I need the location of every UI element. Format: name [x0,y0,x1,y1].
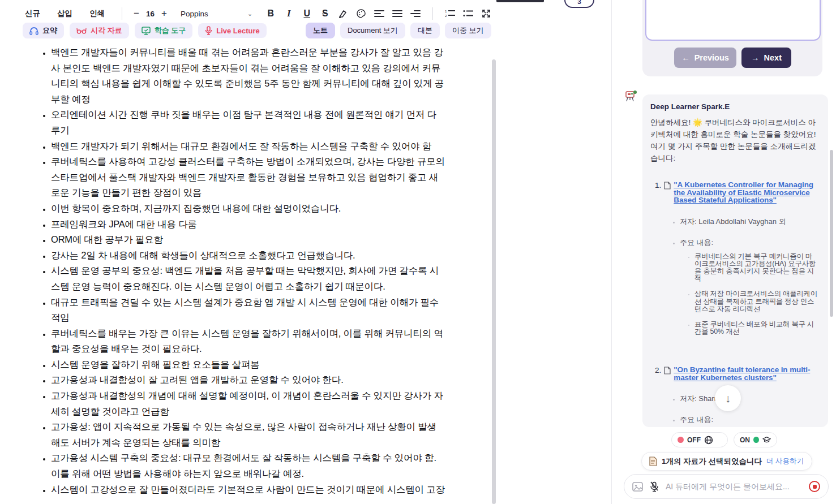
strikethrough-button[interactable]: S [316,8,334,19]
font-size-decrease-button[interactable]: − [130,8,143,19]
arrow-right-icon: → [751,53,760,62]
microphone-muted-icon[interactable] [650,481,659,492]
feature-buttons: 요약 시각 자료 학습 도구 Live Lecture [23,23,267,38]
paper-content-label: 주요 내용: [680,416,819,423]
paper-content-label: 주요 내용: 쿠버네티스의 기본 복구 메커니즘이 마이크로서비스의 고가용성(… [680,239,819,336]
tab-script[interactable]: 대본 [410,23,440,38]
glasses-icon [76,27,87,35]
progress-bar-fragment [496,0,544,2]
underline-button[interactable]: U [298,8,316,19]
source-file-icon [649,456,657,466]
arrow-left-icon: ← [681,53,690,62]
svg-text:2: 2 [445,14,447,18]
align-right-icon[interactable] [406,7,425,20]
monitor-check-icon [142,27,151,35]
note-bullet: 고가용성과 내결함성의 개념에 대해 설명할 예정이며, 이 개념이 혼란스러울… [51,388,445,419]
note-bullet: 오리엔테이션 시간 진행 쿠바 짓을 배우는 이점 탐구 본격적인 내용 전에 … [51,107,445,138]
highlighter-icon[interactable] [334,7,352,20]
paper-author: 저자: Leila Abdollahi Vayghan 외 [680,218,819,225]
tutor-mode-toggle[interactable]: ON [734,432,777,447]
toolbar-divider [432,7,433,20]
paper-point: 표준 쿠버네티스 배포와 비교해 복구 시간을 50% 개선 [694,321,819,335]
paper-details: 저자: Sharma P. 주요 내용: [680,395,819,423]
next-button[interactable]: → Next [741,48,791,68]
paper-number: 1. [655,181,661,204]
note-bullet: 프레임워크와 JPA에 대한 내용 다룸 [51,217,445,232]
live-lecture-button[interactable]: Live Lecture [198,23,267,38]
visual-materials-button[interactable]: 시각 자료 [70,23,129,38]
paper-link[interactable]: "A Kubernetes Controller for Managing th… [674,181,819,204]
panel-divider [611,0,612,504]
previous-button[interactable]: ← Previous [674,48,736,68]
paper-points: 쿠버네티스의 기본 복구 메커니즘이 마이크로서비스의 고가용성(HA) 요구사… [694,253,819,336]
learning-tools-button[interactable]: 학습 도구 [135,23,193,38]
note-bullet: ORM에 대한 공부가 필요함 [51,232,445,248]
chat-intro-text: 안녕하세요! 🌟 쿠버네티스와 마이크로서비스 아키텍처에 대한 흥미로운 학술… [650,117,819,164]
menu-print[interactable]: 인쇄 [89,8,105,19]
numbered-list-icon[interactable]: 12 [441,7,459,20]
page-count-badge: 3 [564,0,594,8]
paper-point: 쿠버네티스의 기본 복구 메커니즘이 마이크로서비스의 고가용성(HA) 요구사… [694,253,819,283]
menu-new[interactable]: 신규 [25,8,40,19]
fullscreen-icon[interactable] [477,7,495,20]
font-size-increase-button[interactable]: + [158,8,170,19]
bold-button[interactable]: B [261,8,280,19]
quiz-answer-box[interactable] [645,0,821,41]
note-bullet: 쿠버네틱스를 사용하여 고강성 클러스터를 구축하는 방법이 소개되었으며, 강… [51,154,445,201]
paper-details: 저자: Leila Abdollahi Vayghan 외 주요 내용: 쿠버네… [680,218,819,336]
menu-insert[interactable]: 삽입 [57,8,72,19]
note-bullet: 시스템 운영 공부의 중요성: 백엔드 개발을 처음 공부할 때는 막막했지만,… [51,263,445,294]
document-icon [664,182,671,189]
use-more-link[interactable]: 더 사용하기 [766,456,804,466]
off-indicator-dot [678,437,684,443]
headphones-icon [29,27,38,35]
web-search-toggle[interactable]: OFF [671,432,728,447]
record-stop-icon[interactable] [809,481,820,492]
document-notes[interactable]: 백엔드 개발자들이 커뮤니티를 배울 때 겪는 어려움과 혼란스러운 부분을 강… [38,45,445,497]
mascot-avatar [624,89,638,102]
note-bullet: 고가용성 시스템 구축의 중요성: 대규모 환경에서도 잘 작동하는 시스템을 … [51,450,445,481]
chat-sender-name: Deep Learner Spark.E [650,102,819,111]
note-bullet: 쿠버네틱스를 배우는 가장 큰 이유는 시스템 운영을 잘하기 위해서이며, 이… [51,326,445,357]
note-bullet: 이번 항목이 중요하며, 지금까지 집중했던 내용에 대한 설명이었습니다. [51,201,445,217]
chat-scrollbar[interactable] [830,150,833,317]
scroll-to-bottom-button[interactable]: ↓ [715,385,741,411]
tab-dual-view[interactable]: 이중 보기 [445,23,491,38]
microphone-icon [205,26,212,35]
svg-text:1: 1 [445,10,447,13]
color-palette-icon[interactable] [352,7,370,20]
bullet-list-icon[interactable] [459,7,477,20]
chevron-down-icon[interactable]: ⌄ [247,10,252,18]
note-bullet: 강사는 2일 차 내용에 대해 학생들이 상대적으로 소홀했다고 언급했습니다. [51,248,445,264]
tab-note[interactable]: 노트 [306,23,335,38]
paper-author: 저자: Sharma P. [680,395,819,402]
note-bullet: 백엔드 개발자가 되기 위해서는 대규모 환경에서도 잘 작동하는 시스템을 구… [51,139,445,154]
globe-icon [704,436,713,445]
note-bullet: 시스템이 고강성으로 잘 만들어졌더라도 기본적으로 사람이 만드는 것이기 때… [51,482,445,498]
italic-button[interactable]: I [280,8,298,19]
align-left-icon[interactable] [370,7,388,20]
paper-number: 2. [655,366,661,381]
font-family-select[interactable]: Poppins [181,10,247,18]
scrollbar-thumb[interactable] [492,59,496,504]
image-attach-icon[interactable] [632,482,643,492]
note-bullet: 고가용성: 앱이 지속적으로 가동될 수 있는 속성으로, 많은 사람이 접속하… [51,419,445,450]
chat-input[interactable] [666,482,802,491]
note-bullet: 대규모 트래픽을 견딜 수 있는 시스템 설계가 중요함 앱 개발 시 시스템 … [51,295,445,326]
paper-link[interactable]: "On Byzantine fault tolerance in multi-m… [674,366,819,381]
tab-document-view[interactable]: Document 보기 [340,23,405,38]
chat-input-bar [624,474,829,499]
paper-item: 1. "A Kubernetes Controller for Managing… [655,181,819,335]
editor-toolbar: 신규 삽입 인쇄 − 16 + Poppins ⌄ B I U S 12 [25,6,495,21]
source-selected-text: 1개의 자료가 선택되었습니다 [662,456,762,467]
paper-point: 상태 저장 마이크로서비스의 애플리케이션 상태를 복제하고 트래픽을 정상 인… [694,290,819,313]
toolbar-divider [122,7,122,20]
document-scrollbar[interactable] [492,49,496,504]
notes-bullet-list: 백엔드 개발자들이 커뮤니티를 배울 때 겪는 어려움과 혼란스러운 부분을 강… [38,45,445,497]
on-indicator-dot [753,437,759,443]
summary-button[interactable]: 요약 [23,23,64,38]
align-center-icon[interactable] [388,7,406,20]
view-tabs: 노트 Document 보기 대본 이중 보기 [306,23,491,38]
ai-chat-message: Deep Learner Spark.E 안녕하세요! 🌟 쿠버네티스와 마이크… [642,94,828,427]
selected-source-bar: 1개의 자료가 선택되었습니다 더 사용하기 [641,452,812,471]
